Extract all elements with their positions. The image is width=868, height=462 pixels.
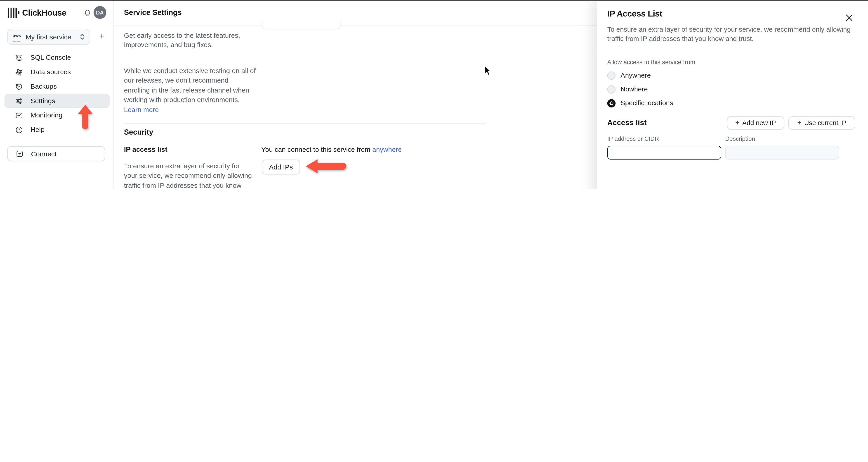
monitoring-icon xyxy=(15,111,23,119)
connect-icon xyxy=(16,149,24,158)
aws-provider-icon: aws xyxy=(13,33,21,38)
fast-release-paragraph-2: While we conduct extensive testing on al… xyxy=(124,66,256,115)
sidebar-nav: SQL Console Data sources Backups xyxy=(4,51,110,137)
svg-text:?: ? xyxy=(18,127,20,132)
sidebar-item-help[interactable]: ? Help xyxy=(4,122,110,137)
annotation-arrow-up xyxy=(78,104,93,131)
learn-more-link[interactable]: Learn more xyxy=(124,106,159,113)
connect-button[interactable]: Connect xyxy=(7,146,105,161)
fast-release-text: While we conduct extensive testing on al… xyxy=(124,67,256,104)
user-avatar[interactable]: DA xyxy=(94,6,106,19)
service-selector-label: My first service xyxy=(26,33,75,41)
fast-release-paragraph-1: Get early access to the latest features,… xyxy=(124,31,254,50)
sidebar-item-backups[interactable]: Backups xyxy=(4,79,110,94)
radio-option-nowhere[interactable]: Nowhere xyxy=(608,85,648,94)
anywhere-link[interactable]: anywhere xyxy=(372,146,402,153)
backups-icon xyxy=(15,82,23,91)
clickhouse-logo-icon xyxy=(8,7,21,18)
sql-console-icon xyxy=(15,53,23,62)
description-input[interactable] xyxy=(725,146,839,160)
radio-selected-icon xyxy=(608,99,616,107)
connect-from-line: You can connect to this service from any… xyxy=(261,146,402,153)
settings-sliders-icon xyxy=(15,96,23,105)
radio-icon xyxy=(608,71,616,80)
allow-access-label: Allow access to this service from xyxy=(608,59,695,65)
radio-label: Anywhere xyxy=(620,71,651,79)
header-divider xyxy=(114,26,597,26)
sidebar-item-monitoring[interactable]: Monitoring xyxy=(4,108,110,123)
access-list-heading: Access list xyxy=(608,119,647,127)
ip-access-description: To ensure an extra layer of security for… xyxy=(124,162,255,189)
ip-field-label: IP address or CIDR xyxy=(608,135,659,142)
page-title: Service Settings xyxy=(124,8,182,17)
radio-label: Nowhere xyxy=(620,85,648,93)
add-ips-button[interactable]: Add IPs xyxy=(262,160,300,174)
window-top-edge xyxy=(0,0,868,1)
use-current-ip-label: Use current IP xyxy=(804,119,846,127)
panel-title: IP Access List xyxy=(608,9,662,18)
plus-icon: + xyxy=(797,119,802,127)
service-selector[interactable]: aws My first service xyxy=(7,29,90,45)
add-new-ip-button[interactable]: + Add new IP xyxy=(727,116,784,129)
add-service-button[interactable]: + xyxy=(97,30,107,43)
notifications-bell-icon[interactable] xyxy=(83,8,92,18)
sidebar-item-sql-console[interactable]: SQL Console xyxy=(4,51,110,65)
section-divider xyxy=(124,123,486,123)
radio-option-anywhere[interactable]: Anywhere xyxy=(608,71,651,80)
add-new-ip-label: Add new IP xyxy=(742,119,776,127)
ip-address-input[interactable] xyxy=(608,146,721,160)
clickhouse-console: ClickHouse DA aws My first service + SQL… xyxy=(0,0,868,189)
ip-access-list-label: IP access list xyxy=(124,146,167,153)
panel-subtitle: To ensure an extra layer of security for… xyxy=(608,25,859,44)
brand-title: ClickHouse xyxy=(22,8,66,17)
ip-access-list-panel: IP Access List To ensure an extra layer … xyxy=(597,0,868,189)
connect-from-text: You can connect to this service from xyxy=(261,146,372,153)
data-sources-icon xyxy=(15,68,23,76)
radio-option-specific-locations[interactable]: Specific locations xyxy=(608,99,673,108)
use-current-ip-button[interactable]: + Use current IP xyxy=(788,116,855,129)
scrolled-control-sliver xyxy=(262,21,340,29)
chevron-updown-icon xyxy=(80,33,85,40)
description-field-label: Description xyxy=(725,135,755,142)
radio-label: Specific locations xyxy=(620,99,673,107)
sidebar-item-settings[interactable]: Settings xyxy=(4,94,110,108)
radio-icon xyxy=(608,85,616,93)
mouse-cursor xyxy=(485,65,492,76)
security-heading: Security xyxy=(124,128,153,137)
sidebar-item-data-sources[interactable]: Data sources xyxy=(4,65,110,79)
sidebar: ClickHouse DA aws My first service + SQL… xyxy=(0,0,114,189)
close-icon[interactable] xyxy=(845,14,853,22)
annotation-arrow-left xyxy=(305,158,348,174)
plus-icon: + xyxy=(735,119,740,127)
panel-divider xyxy=(597,54,868,54)
help-icon: ? xyxy=(15,125,23,134)
